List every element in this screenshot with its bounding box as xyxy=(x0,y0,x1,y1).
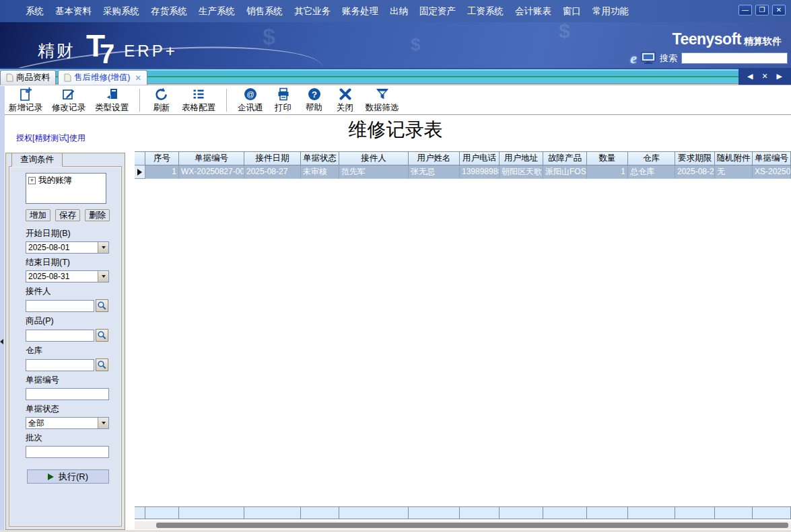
menu-item[interactable]: 会计账表 xyxy=(515,5,551,17)
panel-collapse-strip[interactable] xyxy=(0,86,5,531)
document-icon xyxy=(6,73,13,82)
menu-item[interactable]: 出纳 xyxy=(390,5,408,17)
tree-action-button[interactable]: 保存 xyxy=(55,209,80,221)
toolbar-button[interactable]: @ 企讯通 xyxy=(233,86,268,114)
lookup-input[interactable] xyxy=(26,359,94,371)
toolbar-button[interactable]: 新增记录 xyxy=(4,86,47,114)
tree-action-button[interactable]: 增加 xyxy=(26,209,50,221)
horizontal-scrollbar[interactable] xyxy=(135,521,791,529)
tab-close-icon[interactable]: ✕ xyxy=(135,73,141,83)
global-search-bar: e 搜索 xyxy=(630,52,788,65)
dropdown-value: 2025-08-31 xyxy=(26,272,98,281)
table-row[interactable]: 1WX-20250827-0012025-08-27未审核范先军张无忌13989… xyxy=(135,165,791,179)
grid-column-header[interactable]: 要求期限 xyxy=(675,152,715,165)
lookup-input[interactable] xyxy=(26,330,94,342)
toolbar-button[interactable]: ? 帮助 xyxy=(299,86,330,114)
collapse-left-icon[interactable] xyxy=(0,339,3,344)
document-tab[interactable]: 售后维修(增值) ✕ xyxy=(58,70,147,85)
minimize-button[interactable]: — xyxy=(738,5,752,15)
tab-scroll-left-button[interactable]: ◀ xyxy=(747,72,753,81)
toolbar-button[interactable]: 打印 xyxy=(268,86,299,114)
toolbar-button[interactable]: 修改记录 xyxy=(47,86,90,114)
tab-close-button[interactable]: ✕ xyxy=(761,72,767,81)
search-icon[interactable] xyxy=(96,358,108,371)
menu-item[interactable]: 工资系统 xyxy=(467,5,504,17)
tab-scroll-right-button[interactable]: ▶ xyxy=(777,72,782,81)
menu-item[interactable]: 窗口 xyxy=(563,5,581,17)
grid-indicator-header[interactable] xyxy=(135,152,145,165)
grid-column-header[interactable]: 接件人 xyxy=(339,152,409,165)
filter-icon xyxy=(375,87,390,102)
chevron-down-icon[interactable] xyxy=(98,418,108,428)
menu-item[interactable]: 销售系统 xyxy=(246,5,283,17)
tree-expand-icon[interactable]: + xyxy=(28,177,36,184)
search-icon[interactable] xyxy=(96,299,108,312)
query-conditions-tab[interactable]: 查询条件 xyxy=(11,153,63,167)
toolbar-separator xyxy=(139,89,140,112)
field-label: 仓库 xyxy=(26,345,121,356)
maximize-button[interactable]: ❐ xyxy=(755,5,769,15)
dollar-watermark xyxy=(559,22,570,42)
tree-root-label[interactable]: 我的账簿 xyxy=(38,176,72,185)
grid-column-header[interactable]: 序号 xyxy=(145,152,179,165)
main-menu: 系统 基本资料 采购系统 存货系统 生产系统 销售系统 其它业务 账务处理 出纳… xyxy=(26,0,629,22)
lookup-input[interactable] xyxy=(26,300,94,312)
toolbar-button[interactable]: 类型设置 xyxy=(90,86,133,114)
dropdown-field[interactable]: 2025-08-01 xyxy=(26,241,109,254)
chevron-down-icon[interactable] xyxy=(98,242,108,253)
text-input[interactable] xyxy=(26,446,109,458)
grid-column-header[interactable]: 单据编号 xyxy=(179,152,244,165)
menu-item[interactable]: 固定资产 xyxy=(419,5,456,17)
document-tab[interactable]: 商品资料 xyxy=(0,70,56,85)
grid-column-header[interactable]: 故障产品 xyxy=(543,152,587,165)
field-label: 单据编号 xyxy=(26,375,121,386)
table-cell: XS-20250 xyxy=(753,165,791,179)
menu-item[interactable]: 采购系统 xyxy=(103,5,139,17)
menu-item[interactable]: 常用功能 xyxy=(592,5,629,17)
text-input[interactable] xyxy=(26,388,109,400)
menu-item[interactable]: 系统 xyxy=(26,5,44,17)
query-fields: 开始日期(B)2025-08-01结束日期(T)2025-08-31接件人商品(… xyxy=(26,228,121,458)
scrollbar-thumb[interactable] xyxy=(156,523,788,528)
grid-column-header[interactable]: 随机附件 xyxy=(715,152,753,165)
run-query-button[interactable]: 执行(R) xyxy=(27,469,109,484)
grid-column-header[interactable]: 用户地址 xyxy=(500,152,543,165)
table-cell: 未审核 xyxy=(301,165,339,179)
field-label: 商品(P) xyxy=(26,315,121,327)
dropdown-field[interactable]: 全部 xyxy=(26,417,109,429)
browser-icon[interactable]: e xyxy=(630,52,637,65)
global-search-input[interactable] xyxy=(681,52,788,64)
toolbar-button[interactable]: 表格配置 xyxy=(177,86,220,114)
menu-item[interactable]: 存货系统 xyxy=(151,5,187,17)
toolbar-button[interactable]: 数据筛选 xyxy=(361,86,404,114)
grid-footer-cell xyxy=(301,507,339,519)
menu-item[interactable]: 基本资料 xyxy=(55,5,92,17)
grid-footer-cell xyxy=(543,507,587,519)
grid-column-header[interactable]: 仓库 xyxy=(628,152,675,165)
doc-plus-icon xyxy=(18,87,33,102)
search-icon[interactable] xyxy=(96,329,108,342)
license-link[interactable]: 授权[精财测试]使用 xyxy=(16,132,85,144)
svg-text:@: @ xyxy=(246,90,254,98)
close-icon xyxy=(338,87,353,102)
toolbar-button[interactable]: 刷新 xyxy=(146,86,177,114)
grid-column-header[interactable]: 单据编号 xyxy=(753,152,791,165)
saved-query-tree[interactable]: +我的账簿 xyxy=(26,173,106,204)
grid-column-header[interactable]: 数量 xyxy=(587,152,628,165)
monitor-icon[interactable] xyxy=(641,52,656,65)
table-cell: 1 xyxy=(587,165,628,179)
field-control: 2025-08-31 xyxy=(26,270,121,282)
grid-column-header[interactable]: 用户电话 xyxy=(460,152,500,165)
grid-column-header[interactable]: 接件日期 xyxy=(244,152,301,165)
close-button[interactable]: ✕ xyxy=(772,5,786,15)
menu-item[interactable]: 其它业务 xyxy=(294,5,331,17)
chevron-down-icon[interactable] xyxy=(98,271,108,282)
dropdown-field[interactable]: 2025-08-31 xyxy=(26,270,109,282)
menu-item[interactable]: 生产系统 xyxy=(199,5,235,17)
grid-column-header[interactable]: 用户姓名 xyxy=(409,152,460,165)
grid-footer-cell xyxy=(628,507,675,519)
tree-action-button[interactable]: 删除 xyxy=(85,209,110,221)
menu-item[interactable]: 账务处理 xyxy=(342,5,378,17)
grid-column-header[interactable]: 单据状态 xyxy=(301,152,339,165)
toolbar-button[interactable]: 关闭 xyxy=(330,86,361,114)
